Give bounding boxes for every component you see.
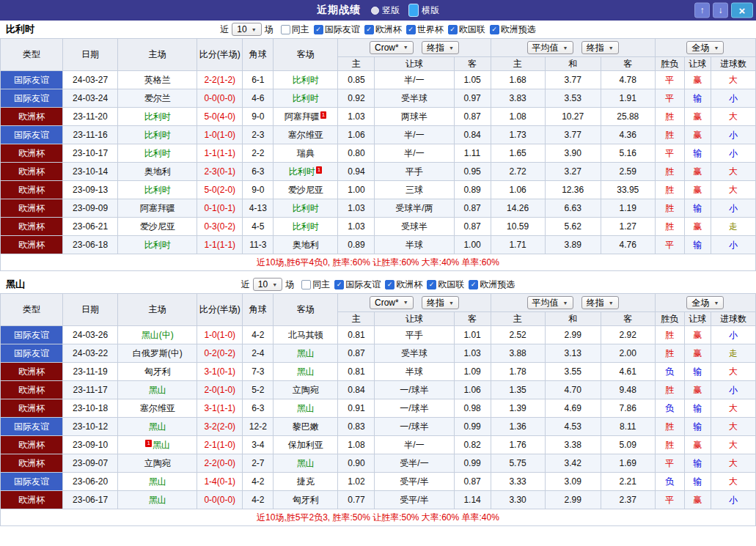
checkbox-checked-icon: ✓ [448,25,458,34]
competition-tag: 欧洲杯 [1,218,63,236]
result-outcome: 胜 [655,381,684,399]
filter-checkbox[interactable]: ✓国际友谊 [334,278,381,291]
layout-radio[interactable]: 横版 [408,4,439,17]
subcol-goals: 进球数 [711,57,755,71]
window-buttons: ↑ ↓ × [694,3,753,18]
odds-company-select[interactable]: Crow* ▼ [370,41,414,54]
subcol-avg-home: 主 [491,312,545,326]
corners: 6-1 [243,71,274,89]
odds-home: 0.91 [338,399,375,418]
odds-stage-select[interactable]: 终指 ▼ [422,41,459,54]
odds-handicap-line: 两球半 [375,108,454,126]
home-team: 立陶宛 [118,454,197,473]
filter-checkbox[interactable]: ✓欧国联 [427,278,464,291]
result-handicap: 输 [684,236,711,254]
match-count-select[interactable]: 10 ▼ [253,278,282,291]
filter-checkbox[interactable]: ✓欧国联 [448,23,485,36]
team-label: 黑山 [149,476,166,487]
avg-home-odds: 1.78 [491,363,545,381]
filter-checkbox[interactable]: ✓欧洲预选 [490,23,536,36]
filter-checkbox[interactable]: ✓欧洲杯 [364,23,402,36]
filter-checkbox[interactable]: 同主 [281,23,309,36]
match-date: 23-10-18 [63,399,118,418]
match-score: 0-0(0-0) [197,89,243,108]
avg-select[interactable]: 平均值 ▼ [527,296,573,309]
radio-selected-icon [408,4,419,17]
fulltime-select[interactable]: 全场 ▼ [686,296,724,309]
filter-checkbox[interactable]: ✓世界杯 [406,23,444,36]
subcol-avg-away: 客 [601,312,655,326]
title-bar: 近期战绩 竖版横版 ↑ ↓ × [0,0,756,21]
filter-checkbox[interactable]: ✓欧洲杯 [385,278,422,291]
result-handicap: 输 [684,399,711,418]
avg-stage-select[interactable]: 终指 ▼ [581,296,619,309]
odds-home: 0.80 [338,144,375,163]
record-summary: 近10场,胜6平4负0, 胜率:60% 让胜率:60% 大率:40% 单率:60… [1,254,756,271]
odds-handicap-line: 受半/一 [375,454,454,473]
results-section-belgium: 比利时 近 10 ▼ 场 同主✓国际友谊✓欧洲杯✓世界杯✓欧国联✓欧洲预选 类型… [0,21,756,271]
filter-checkbox[interactable]: 同主 [301,278,330,291]
subcol-odds-away: 客 [454,312,491,326]
move-up-button[interactable]: ↑ [694,3,710,18]
home-team: 比利时 [118,236,197,254]
checkbox-label: 同主 [312,278,330,291]
corners: 4-5 [243,218,274,236]
recent-results-window: 近期战绩 竖版横版 ↑ ↓ × 比利时 近 10 ▼ 场 同主✓国际友谊✓欧洲杯… [0,0,756,526]
competition-tag: 国际友谊 [1,71,63,89]
close-button[interactable]: × [731,3,753,18]
away-team: 比利时 [274,89,338,108]
corners: 9-0 [243,108,274,126]
odds-home: 0.83 [338,418,375,436]
team-label: 黑山 [297,366,315,377]
odds-columns-group: Crow* ▼ 终指 ▼ [338,294,491,312]
result-outcome: 负 [655,363,684,381]
odds-away: 1.09 [454,363,491,381]
fulltime-columns-group: 全场 ▼ [655,39,755,57]
away-team: 黑山 [274,454,338,473]
layout-radio[interactable]: 竖版 [371,4,400,17]
odds-away: 0.89 [454,181,491,199]
competition-tag: 欧洲杯 [1,199,63,218]
avg-away-odds: 1.19 [601,199,655,218]
checkbox-checked-icon: ✓ [469,280,478,289]
checkbox-label: 欧洲预选 [480,278,515,291]
result-handicap: 输 [684,473,711,491]
avg-draw-odds: 3.38 [545,436,601,454]
team-label: 瑞典 [297,148,315,158]
avg-select[interactable]: 平均值 ▼ [527,41,573,54]
result-handicap: 输 [684,144,711,163]
subcol-outcome: 胜负 [655,57,684,71]
team-label: 白俄罗斯(中) [133,348,183,358]
away-team: 比利时 [274,218,338,236]
filter-checkbox[interactable]: ✓欧洲预选 [469,278,515,291]
move-down-button[interactable]: ↓ [713,3,728,18]
match-date: 23-06-17 [63,491,118,509]
fulltime-select[interactable]: 全场 ▼ [686,41,724,54]
team-label: 阿塞拜疆 [140,203,175,213]
away-team: 爱沙尼亚 [274,181,338,199]
corners: 2-7 [243,454,274,473]
corners: 4-13 [243,199,274,218]
match-row: 欧洲杯23-09-13比利时5-0(2-0)9-0爱沙尼亚1.00三球0.891… [1,181,756,199]
corners: 2-3 [243,126,274,144]
odds-company-select[interactable]: Crow* ▼ [370,296,414,309]
result-goals: 小 [711,326,755,344]
result-outcome: 负 [655,399,684,418]
competition-tag: 欧洲杯 [1,144,63,163]
avg-home-odds: 1.39 [491,399,545,418]
filter-checkbox[interactable]: ✓国际友谊 [314,23,360,36]
match-date: 23-10-12 [63,418,118,436]
odds-home: 0.81 [338,326,375,344]
result-handicap: 赢 [684,381,711,399]
avg-stage-select[interactable]: 终指 ▼ [581,41,619,54]
team-label: 比利时 [293,221,319,232]
avg-home-odds: 1.68 [491,71,545,89]
odds-stage-select[interactable]: 终指 ▼ [422,296,459,309]
match-count-select[interactable]: 10 ▼ [232,23,261,36]
team-label: 比利时 [293,75,319,85]
odds-handicap-line: 受半球 [375,89,454,108]
fulltime-select-value: 全场 [691,297,709,309]
match-row: 欧洲杯23-11-17黑山2-0(1-0)5-2立陶宛0.84一/球半1.061… [1,381,756,399]
team-label: 黎巴嫩 [293,421,319,432]
match-row: 欧洲杯23-10-14奥地利2-3(0-1)6-3比利时10.94平手0.952… [1,163,756,181]
